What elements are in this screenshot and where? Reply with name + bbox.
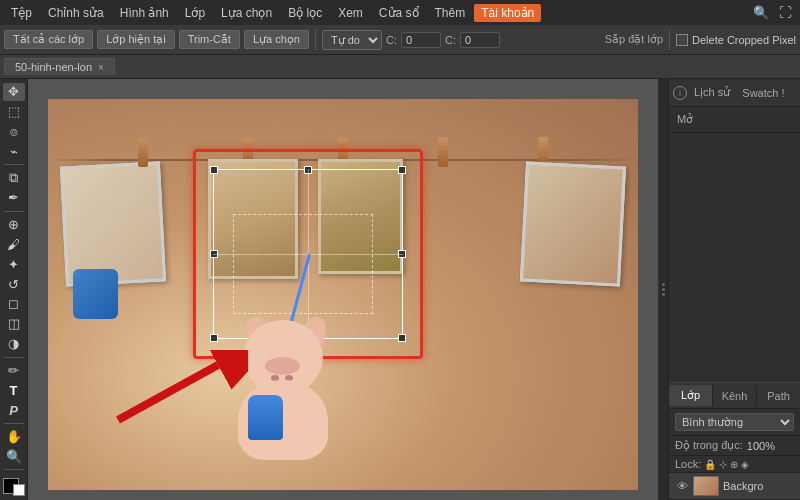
opacity-row: Độ trong đục: 100% <box>669 436 800 456</box>
piggy-clothes <box>248 395 283 440</box>
c-label-1: C: <box>386 34 397 46</box>
blend-mode-select[interactable]: Bình thường <box>675 413 794 431</box>
eraser-tool[interactable]: ◻ <box>3 295 25 313</box>
move-tool[interactable]: ✥ <box>3 83 25 101</box>
all-layers-btn[interactable]: Tất cả các lớp <box>4 30 93 49</box>
layer-name: Backgro <box>723 480 794 492</box>
menu-xem[interactable]: Xem <box>331 4 370 22</box>
tab-path[interactable]: Path <box>757 386 800 406</box>
lock-row: Lock: 🔒 ⊹ ⊕ ◈ <box>669 456 800 473</box>
collapse-dot-1 <box>662 283 665 286</box>
current-layer-btn[interactable]: Lớp hiện tại <box>97 30 175 49</box>
artboard-lock-icon[interactable]: ◈ <box>741 459 749 470</box>
handle-bl[interactable] <box>210 334 218 342</box>
transform-lock-icon[interactable]: ⊹ <box>719 459 727 470</box>
zoom-tool[interactable]: 🔍 <box>3 448 25 466</box>
delete-cropped-label: Delete Cropped Pixel <box>692 34 796 46</box>
text-tool[interactable]: T <box>3 381 25 399</box>
menu-tep[interactable]: Tệp <box>4 4 39 22</box>
menu-cuaso[interactable]: Cửa sổ <box>372 4 426 22</box>
delete-cropped-row: Delete Cropped Pixel <box>676 34 796 46</box>
lock-label: Lock: <box>675 458 701 470</box>
blend-mode-row: Bình thường <box>669 409 800 436</box>
trim-cut-btn[interactable]: Trim-Cắt <box>179 30 240 49</box>
toolbar: Tất cả các lớp Lớp hiện tại Trim-Cắt Lựa… <box>0 25 800 55</box>
handle-br[interactable] <box>398 334 406 342</box>
eyedropper-tool[interactable]: ✒ <box>3 189 25 207</box>
brush-tool[interactable]: 🖌 <box>3 236 25 254</box>
tool-separator-1 <box>4 164 24 165</box>
toolbar-separator-2 <box>669 30 670 50</box>
crop-tool[interactable]: ⧉ <box>3 169 25 187</box>
lock-icon[interactable]: 🔒 <box>704 459 716 470</box>
expand-icon[interactable]: ⛶ <box>774 2 796 24</box>
transform-mode-select[interactable]: Tự do <box>322 30 382 50</box>
opacity-value: 100% <box>747 440 775 452</box>
wand-tool[interactable]: ⌁ <box>3 143 25 161</box>
delete-cropped-checkbox[interactable] <box>676 34 688 46</box>
opacity-label: Độ trong đục: <box>675 439 743 452</box>
menu-taikhoan[interactable]: Tài khoản <box>474 4 541 22</box>
photo-frame-right <box>520 161 626 286</box>
pen-tool[interactable]: ✏ <box>3 361 25 379</box>
menu-them[interactable]: Thêm <box>428 4 473 22</box>
heal-tool[interactable]: ⊕ <box>3 216 25 234</box>
stamp-tool[interactable]: ✦ <box>3 255 25 273</box>
gradient-tool[interactable]: ◫ <box>3 315 25 333</box>
history-section: Mở <box>669 107 800 133</box>
small-item-left <box>73 269 118 319</box>
menu-lop[interactable]: Lớp <box>178 4 212 22</box>
photo-frame-left <box>60 161 166 286</box>
main-area: ✥ ⬚ ⌾ ⌁ ⧉ ✒ ⊕ 🖌 ✦ ↺ ◻ ◫ ◑ ✏ T P ✋ 🔍 <box>0 79 800 500</box>
file-tab[interactable]: 50-hinh-nen-lon × <box>4 58 115 75</box>
collapse-dots <box>662 283 665 296</box>
position-lock-icon[interactable]: ⊕ <box>730 459 738 470</box>
c-input-1[interactable] <box>401 32 441 48</box>
menu-hinhanh[interactable]: Hình ảnh <box>113 4 176 22</box>
canvas-area[interactable] <box>28 79 658 500</box>
tool-separator-3 <box>4 357 24 358</box>
sap-dat-lop-label: Sắp đặt lớp <box>605 33 663 46</box>
marquee-tool[interactable]: ⬚ <box>3 103 25 121</box>
panel-collapse-handle[interactable] <box>658 79 668 500</box>
layer-visibility-eye[interactable]: 👁 <box>675 479 689 493</box>
history-tab-btn[interactable]: Lịch sử <box>689 84 735 101</box>
panel-bottom-tabs: Lớp Kênh Path <box>669 383 800 409</box>
layer-thumbnail <box>693 476 719 496</box>
history-brush-tool[interactable]: ↺ <box>3 275 25 293</box>
menubar: Tệp Chỉnh sửa Hình ảnh Lớp Lựa chọn Bộ l… <box>0 0 800 25</box>
info-icon[interactable]: i <box>673 86 687 100</box>
c-label-2: C: <box>445 34 456 46</box>
svg-line-1 <box>118 365 218 420</box>
swatch-tab-btn[interactable]: Swatch ! <box>737 85 789 101</box>
selection-btn[interactable]: Lựa chọn <box>244 30 309 49</box>
tab-lop[interactable]: Lớp <box>669 385 713 406</box>
history-item-open: Mở <box>677 111 792 128</box>
handle-tr[interactable] <box>398 166 406 174</box>
tab-kenh[interactable]: Kênh <box>713 386 757 406</box>
pin-1 <box>138 137 148 167</box>
menu-chinhedit[interactable]: Chỉnh sửa <box>41 4 111 22</box>
hand-tool[interactable]: ✋ <box>3 428 25 446</box>
para-tool[interactable]: P <box>3 401 25 419</box>
tab-close-btn[interactable]: × <box>98 62 104 73</box>
toolbox: ✥ ⬚ ⌾ ⌁ ⧉ ✒ ⊕ 🖌 ✦ ↺ ◻ ◫ ◑ ✏ T P ✋ 🔍 <box>0 79 28 500</box>
panel-top-tabs: i Lịch sử Swatch ! <box>669 79 800 107</box>
dodge-tool[interactable]: ◑ <box>3 335 25 353</box>
search-icon[interactable]: 🔍 <box>750 2 772 24</box>
lasso-tool[interactable]: ⌾ <box>3 123 25 141</box>
canvas-background <box>48 99 638 490</box>
collapse-dot-3 <box>662 293 665 296</box>
right-panel-container: i Lịch sử Swatch ! Mở Lớp Kênh Path <box>658 79 800 500</box>
layer-item-background[interactable]: 👁 Backgro <box>669 473 800 500</box>
inner-selection-box <box>233 214 373 314</box>
menu-boloc[interactable]: Bộ lọc <box>281 4 329 22</box>
background-color[interactable] <box>13 484 25 496</box>
handle-tl[interactable] <box>210 166 218 174</box>
toolbar-separator <box>315 30 316 50</box>
c-input-2[interactable] <box>460 32 500 48</box>
tool-separator-5 <box>4 469 24 470</box>
piggy-snout <box>265 357 300 375</box>
tab-filename: 50-hinh-nen-lon <box>15 61 92 73</box>
menu-luachon[interactable]: Lựa chọn <box>214 4 279 22</box>
